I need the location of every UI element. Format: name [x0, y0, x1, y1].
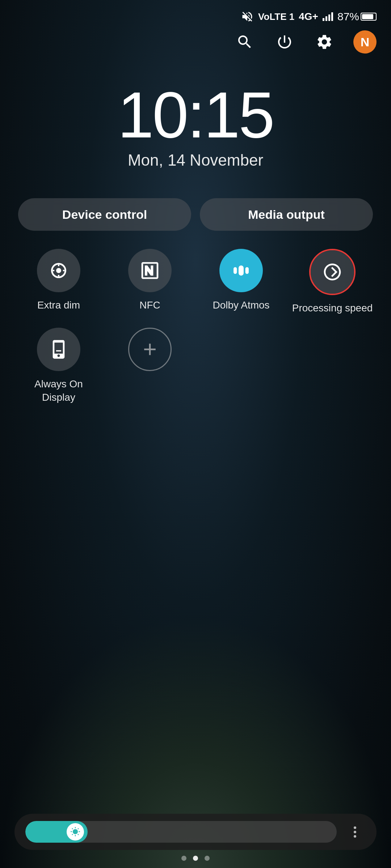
tile-extra-dim[interactable]: Extra dim [18, 249, 99, 315]
nfc-label: NFC [139, 299, 160, 312]
tile-processing-speed[interactable]: Processing speed [292, 249, 373, 315]
status-bar: VoLTE 1 4G+ 87% [0, 0, 391, 27]
tile-always-on-display[interactable]: Always On Display [18, 328, 99, 404]
mute-icon [241, 10, 254, 23]
profile-avatar[interactable]: N [353, 30, 377, 54]
processing-speed-highlight [309, 249, 356, 295]
pagination-dot-2 [193, 856, 198, 861]
power-button[interactable] [274, 31, 295, 53]
always-on-display-icon-bg [37, 328, 80, 371]
dolby-atmos-label: Dolby Atmos [213, 299, 269, 312]
extra-dim-icon-bg [37, 249, 80, 292]
dolby-atmos-icon [231, 260, 251, 281]
more-dot-2 [354, 831, 356, 833]
nfc-icon-bg [128, 249, 172, 292]
add-icon [128, 328, 172, 371]
brightness-thumb [67, 823, 84, 841]
control-buttons-row: Device control Media output [0, 198, 391, 249]
nfc-icon [140, 260, 160, 281]
quick-tiles-row2: Always On Display [0, 328, 391, 418]
quick-tiles-row1: Extra dim NFC Dolby Atmos [0, 249, 391, 328]
processing-speed-icon-bg [311, 250, 354, 294]
brightness-bar [14, 814, 377, 850]
device-control-button[interactable]: Device control [18, 198, 191, 231]
tile-nfc[interactable]: NFC [109, 249, 190, 315]
svg-point-0 [56, 268, 61, 273]
tile-dolby-atmos[interactable]: Dolby Atmos [201, 249, 282, 315]
clock-date: Mon, 14 November [128, 151, 263, 169]
clock-time: 10:15 [118, 82, 273, 148]
svg-rect-2 [245, 267, 249, 274]
extra-dim-icon [49, 260, 69, 281]
svg-rect-1 [234, 267, 237, 274]
pagination-dots [0, 848, 391, 868]
brightness-more-button[interactable] [344, 821, 366, 843]
plus-icon [140, 340, 160, 359]
battery-indicator: 87% [337, 10, 377, 23]
brightness-fill [25, 821, 88, 843]
processing-speed-icon [322, 262, 342, 282]
brightness-slider[interactable] [25, 821, 337, 843]
pagination-dot-3 [205, 856, 210, 861]
svg-rect-3 [239, 265, 244, 276]
media-output-button[interactable]: Media output [200, 198, 373, 231]
always-on-display-label: Always On Display [18, 378, 99, 404]
dolby-atmos-icon-bg [219, 249, 263, 292]
more-dot-1 [354, 826, 356, 829]
pagination-dot-1 [181, 856, 186, 861]
always-on-display-icon [49, 339, 69, 359]
network-type: 4G+ [299, 11, 318, 22]
sun-icon [70, 827, 80, 837]
volte-indicator: VoLTE 1 [258, 11, 294, 22]
more-dot-3 [354, 835, 356, 838]
quick-actions-row: N [0, 27, 391, 61]
processing-speed-label: Processing speed [292, 302, 373, 315]
clock-area: 10:15 Mon, 14 November [0, 61, 391, 198]
signal-bars [323, 12, 333, 21]
extra-dim-label: Extra dim [37, 299, 80, 312]
search-button[interactable] [234, 31, 256, 53]
add-tile-button[interactable] [109, 328, 190, 404]
settings-button[interactable] [314, 31, 335, 53]
